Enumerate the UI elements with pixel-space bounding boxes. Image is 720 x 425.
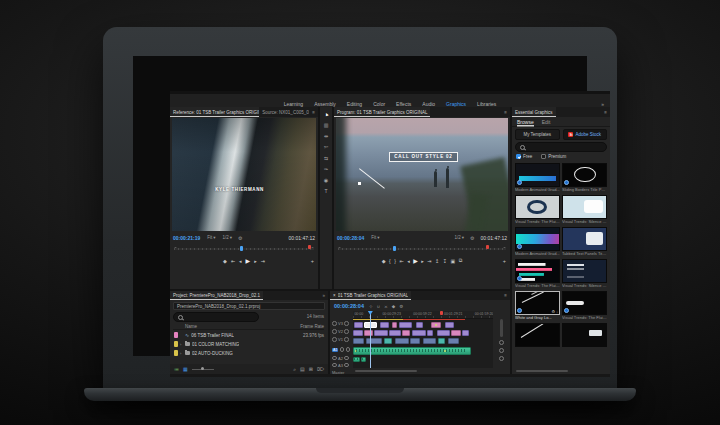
video-clip[interactable] [402,330,410,336]
tab-timeline-sequence[interactable]: ×01 TSB Trailer Graphics ORIGINAL [330,291,411,300]
program-playhead-handle[interactable] [393,246,396,251]
vertical-scrollbar[interactable] [500,319,503,337]
panel-menu-icon[interactable]: ≡ [501,291,510,300]
project-row-bin[interactable]: › 02 AUTO-DUCKING [170,349,328,357]
button-editor-icon[interactable]: + [311,258,314,264]
tab-source[interactable]: Source: NX01_C005_0210... [259,107,309,117]
track-lock-icon[interactable] [332,356,337,361]
template-card[interactable]: Visual Trends: Silence A... [562,195,607,225]
template-card[interactable]: Modern Animated Grad... [515,163,560,193]
step-forward-icon[interactable]: ▸ [254,258,257,264]
panel-menu-icon[interactable]: ≡ [501,107,510,117]
mark-out-icon[interactable]: } [394,258,396,264]
tab-reference[interactable]: Reference: 01 TSB Trailer Graphics ORIGI… [170,107,259,117]
add-marker-icon[interactable]: ◆ [223,258,227,264]
program-resolution-select[interactable]: 1/2▾ [455,235,465,240]
video-clip[interactable] [412,330,426,336]
slip-tool-icon[interactable]: ⇆ [324,155,328,161]
filter-free[interactable]: Free [516,154,532,159]
workspace-tab-libraries[interactable]: Libraries [477,101,496,107]
workspace-tab-effects[interactable]: Effects [396,101,411,107]
step-forward-icon[interactable]: ▸ [421,258,424,264]
panel-menu-icon[interactable]: ≡ [601,107,610,117]
video-clip[interactable] [427,330,433,336]
reference-resolution-select[interactable]: 1/2▾ [223,235,233,240]
video-clip[interactable] [395,338,409,344]
button-editor-icon[interactable]: + [503,258,506,264]
video-clip[interactable] [380,322,390,328]
track-solo-icon[interactable] [346,347,351,352]
type-tool-icon[interactable]: T [324,188,327,194]
track-lock-icon[interactable] [332,363,337,368]
tab-program[interactable]: Program: 01 TSB Trailer Graphics ORIGINA… [334,107,430,117]
timeline-settings-icon[interactable]: ⚙ [399,304,403,309]
callout-title-box[interactable]: CALL OUT STYLE 02 [389,152,457,162]
hand-tool-icon[interactable]: ◉ [324,177,328,183]
workspace-tab-audio[interactable]: Audio [422,101,435,107]
add-marker-icon[interactable]: ◆ [382,258,386,264]
video-clip[interactable] [374,330,388,336]
gear-icon[interactable]: ⚙ [551,309,555,314]
new-item-icon[interactable]: ⊞ [309,366,313,373]
workspace-tab-editing[interactable]: Editing [347,101,362,107]
video-clip[interactable] [431,322,441,328]
template-thumbnail[interactable] [562,259,607,283]
video-clip[interactable] [451,330,461,336]
export-frame-icon[interactable]: ▣ [450,258,455,264]
track-mute-icon[interactable] [344,356,349,361]
project-row-sequence[interactable]: ∿ 06 TSB Trailer FINAL 23.976 fps [170,331,328,339]
project-row-bin[interactable]: › 01 COLOR MATCHING [170,340,328,348]
video-clip[interactable] [392,322,398,328]
video-clip[interactable] [437,330,450,336]
tab-edit[interactable]: Edit [542,119,551,125]
settings-wrench-icon[interactable]: ⚙ [470,235,474,241]
video-clip[interactable] [410,338,420,344]
timeline-horizontal-scrollbar[interactable] [355,370,417,373]
reference-scrub-bar[interactable] [174,245,314,252]
lift-icon[interactable]: ↥ [435,258,439,264]
video-clip[interactable] [448,338,459,344]
track-header-v1[interactable]: V1 [330,336,352,343]
workspace-tab-graphics[interactable]: Graphics [446,101,466,107]
template-thumbnail[interactable] [562,291,607,315]
video-clip[interactable] [438,338,445,344]
go-to-in-icon[interactable]: ⇤ [231,258,235,264]
video-clip[interactable] [389,330,400,336]
template-card[interactable]: Visual Trends: Silence A... [562,259,607,289]
settings-wrench-icon[interactable]: ⚙ [238,235,242,241]
panel-overflow-icon[interactable]: » [319,291,328,300]
template-card[interactable]: Visual Trends: The Fluid ... [515,259,560,289]
source-patch-a1[interactable]: A1 [332,348,338,352]
mark-in-icon[interactable]: { [389,258,391,264]
tab-browse[interactable]: Browse [517,119,534,125]
marker-menu-icon[interactable]: ◆ [392,304,395,309]
panel-menu-icon[interactable]: ≡ [309,107,318,117]
track-eye-icon[interactable] [344,337,349,342]
template-card[interactable]: Sliding Borders Title Pack [562,163,607,193]
ripple-edit-tool-icon[interactable]: ⇹ [324,133,328,139]
template-thumbnail[interactable] [515,259,560,283]
step-back-icon[interactable]: ◂ [239,258,242,264]
video-clip[interactable] [445,322,453,328]
go-to-out-icon[interactable]: ⇥ [261,258,265,264]
track-height-toggle-icon[interactable] [499,356,504,361]
horizontal-scrollbar[interactable] [516,370,568,372]
template-card[interactable]: Visual Trends: The Fluid ... [562,291,607,321]
program-zoom-select[interactable]: Fit▾ [371,235,379,240]
new-bin-icon[interactable]: ▤ [300,366,305,373]
template-card[interactable]: Tabbed Text Panels Title... [562,227,607,257]
video-clip[interactable] [416,322,423,328]
project-breadcrumb[interactable]: PremierePro_NAB2018_Drop_02.1.prproj [173,302,325,310]
search-input[interactable] [515,142,607,152]
audio-clip[interactable] [361,357,365,362]
my-templates-button[interactable]: My Templates [515,129,560,140]
template-card-selected[interactable]: ⚙↓White and Gray Lo... [515,291,560,321]
timeline-tracks-area[interactable]: 00:00 00:00:29:23 00:00:59:22 00:01:29:2… [353,311,493,368]
selection-tool-icon[interactable]: ▲ [323,110,330,117]
track-mute-icon[interactable] [344,363,349,368]
track-height-toggle-icon[interactable] [499,340,504,345]
template-thumbnail[interactable] [515,227,560,251]
list-view-icon[interactable]: ≔ [174,366,179,372]
linked-selection-icon[interactable]: ≍ [384,304,388,309]
expand-chevron-icon[interactable]: › [180,342,183,347]
